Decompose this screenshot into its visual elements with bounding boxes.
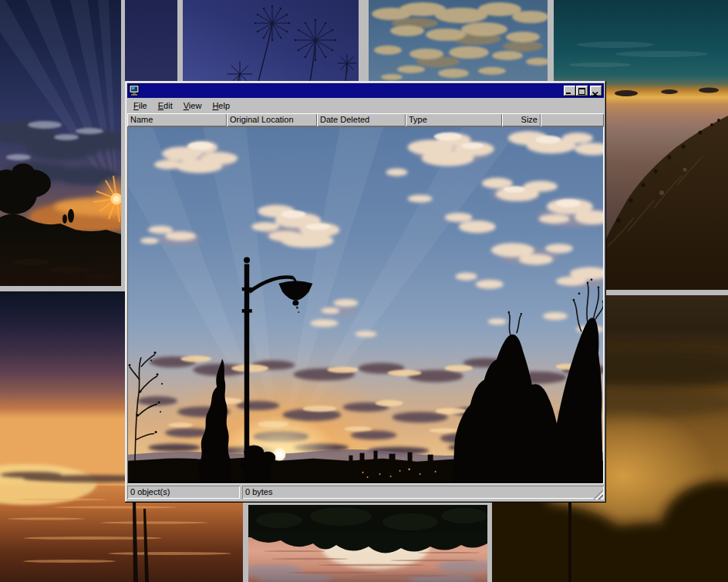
column-header-stub	[541, 113, 604, 126]
column-header-date-deleted[interactable]: Date Deleted	[317, 113, 406, 126]
status-bytes: 0 bytes	[242, 486, 604, 499]
column-header-type[interactable]: Type	[406, 113, 502, 126]
column-header-name[interactable]: Name	[127, 113, 227, 126]
background-photo-plant-silhouettes	[183, 0, 359, 82]
menu-bar: File Edit View Help	[127, 98, 604, 113]
file-list-area[interactable]	[127, 126, 604, 484]
menu-help[interactable]: Help	[207, 99, 235, 113]
minimize-button[interactable]	[564, 86, 576, 96]
my-computer-icon[interactable]	[129, 85, 141, 96]
close-button[interactable]	[590, 86, 602, 96]
background-photo-water-reflection	[248, 505, 487, 582]
title-bar[interactable]	[127, 83, 604, 98]
status-objects: 0 object(s)	[127, 486, 240, 499]
menu-file[interactable]: File	[128, 99, 153, 113]
column-header-size[interactable]: Size	[502, 113, 541, 126]
background-photo-dark-strip	[125, 0, 177, 81]
maximize-icon	[578, 88, 585, 95]
background-photo-sun-rays	[0, 0, 121, 286]
window-controls	[564, 86, 602, 96]
menu-edit[interactable]: Edit	[153, 99, 178, 113]
recycle-bin-window: File Edit View Help Name Original Locati…	[125, 81, 606, 503]
maximize-button[interactable]	[576, 86, 588, 96]
desktop-collage: File Edit View Help Name Original Locati…	[0, 0, 728, 582]
background-photo-cloud-field	[369, 0, 548, 82]
close-icon	[592, 88, 598, 99]
column-header-original-location[interactable]: Original Location	[227, 113, 317, 126]
content-photo-sunset-lamp	[128, 127, 603, 483]
menu-view[interactable]: View	[178, 99, 207, 113]
minimize-icon	[566, 93, 571, 94]
status-bar: 0 object(s) 0 bytes	[127, 484, 604, 500]
column-headers: Name Original Location Date Deleted Type…	[127, 113, 604, 126]
